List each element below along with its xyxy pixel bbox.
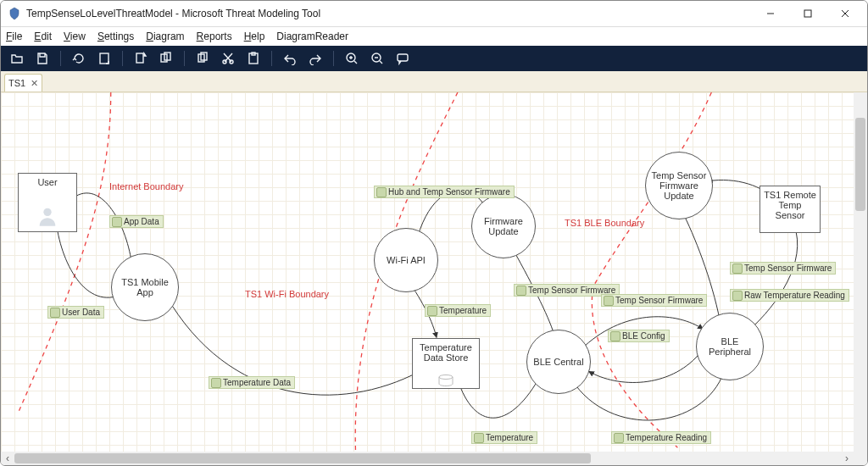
titlebar: TempSenseLoLevelThreatModel - Microsoft … <box>1 1 867 27</box>
toolbar <box>1 46 867 71</box>
svg-rect-16 <box>398 54 408 61</box>
close-button[interactable] <box>826 1 864 26</box>
tab-close-icon[interactable]: ✕ <box>31 79 38 88</box>
tab-label: TS1 <box>8 78 25 88</box>
flow-ble-config[interactable]: BLE Config <box>608 330 670 342</box>
node-mobile-app[interactable]: TS1 Mobile App <box>111 253 179 321</box>
flow-raw-temp-reading[interactable]: Raw Temperature Reading <box>730 289 849 302</box>
horizontal-scrollbar[interactable]: ‹ › <box>1 452 854 465</box>
scrollbar-thumb[interactable] <box>14 453 591 463</box>
menu-file[interactable]: File <box>6 31 22 42</box>
copy-icon[interactable] <box>192 47 214 69</box>
datastore-icon <box>437 374 454 386</box>
menubar: File Edit View Settings Diagram Reports … <box>1 27 867 46</box>
node-label: Temperature Data Store <box>416 342 476 363</box>
node-label: Firmware Update <box>476 216 531 236</box>
menu-diagramreader[interactable]: DiagramReader <box>276 31 348 42</box>
scroll-corner <box>854 452 867 465</box>
tab-ts1[interactable]: TS1 ✕ <box>4 74 42 92</box>
node-temp-data-store[interactable]: Temperature Data Store <box>412 338 480 389</box>
svg-rect-5 <box>136 53 143 63</box>
scroll-left-icon[interactable]: ‹ <box>2 452 14 464</box>
node-wifi-api[interactable]: Wi-Fi API <box>374 228 438 292</box>
scrollbar-thumb[interactable] <box>855 118 865 211</box>
cut-icon[interactable] <box>217 47 239 69</box>
node-label: User <box>37 177 57 187</box>
node-label: Wi-Fi API <box>387 255 426 265</box>
flow-hub-temp-fw[interactable]: Hub and Temp Sensor Firmware <box>374 186 515 198</box>
flow-user-data[interactable]: User Data <box>47 306 104 319</box>
diagram-canvas[interactable]: User TS1 Mobile App Wi-Fi API Firmware U… <box>1 92 867 465</box>
menu-reports[interactable]: Reports <box>197 31 232 42</box>
node-label: BLE Central <box>533 357 583 367</box>
open-icon[interactable] <box>6 47 28 69</box>
scroll-right-icon[interactable]: › <box>841 452 853 464</box>
new-page-icon[interactable] <box>130 47 152 69</box>
svg-rect-1 <box>804 10 811 17</box>
window-title: TempSenseLoLevelThreatModel - Microsoft … <box>26 8 320 19</box>
flow-temperature-data[interactable]: Temperature Data <box>209 376 295 389</box>
toolbar-separator <box>333 51 334 66</box>
flow-temp-sensor-fw-3[interactable]: Temp Sensor Firmware <box>730 262 836 275</box>
node-ble-peripheral[interactable]: BLE Peripheral <box>696 313 764 380</box>
menu-help[interactable]: Help <box>244 31 265 42</box>
duplicate-page-icon[interactable] <box>155 47 177 69</box>
menu-view[interactable]: View <box>64 31 86 42</box>
maximize-button[interactable] <box>789 1 826 26</box>
redo-icon[interactable] <box>304 47 326 69</box>
report-icon[interactable] <box>93 47 115 69</box>
boundary-internet[interactable]: Internet Boundary <box>109 181 183 191</box>
svg-point-18 <box>439 375 453 380</box>
zoom-in-icon[interactable] <box>341 47 363 69</box>
vertical-scrollbar[interactable] <box>854 92 867 452</box>
chat-icon[interactable] <box>392 47 414 69</box>
node-label: Temp Sensor Firmware Update <box>649 170 709 201</box>
save-icon[interactable] <box>31 47 53 69</box>
app-window: TempSenseLoLevelThreatModel - Microsoft … <box>0 0 868 466</box>
refresh-icon[interactable] <box>68 47 90 69</box>
menu-settings[interactable]: Settings <box>97 31 134 42</box>
flow-temperature-1[interactable]: Temperature <box>425 304 491 317</box>
svg-rect-4 <box>100 53 108 64</box>
flow-temperature-reading[interactable]: Temperature Reading <box>611 431 711 444</box>
flow-app-data[interactable]: App Data <box>109 215 164 228</box>
node-remote-temp-sensor[interactable]: TS1 Remote Temp Sensor <box>760 186 821 233</box>
toolbar-separator <box>184 51 185 66</box>
node-firmware-update[interactable]: Firmware Update <box>471 194 536 258</box>
node-label: TS1 Remote Temp Sensor <box>764 190 816 220</box>
node-user[interactable]: User <box>18 173 77 232</box>
tabstrip: TS1 ✕ <box>1 71 867 92</box>
paste-icon[interactable] <box>242 47 264 69</box>
toolbar-separator <box>60 51 61 66</box>
toolbar-separator <box>122 51 123 66</box>
undo-icon[interactable] <box>279 47 301 69</box>
toolbar-separator <box>271 51 272 66</box>
flow-temp-sensor-fw-2[interactable]: Temp Sensor Firmware <box>601 294 707 307</box>
menu-edit[interactable]: Edit <box>34 31 52 42</box>
app-icon <box>8 7 21 20</box>
node-temp-sensor-fw-update[interactable]: Temp Sensor Firmware Update <box>645 152 713 219</box>
zoom-out-icon[interactable] <box>366 47 388 69</box>
boundary-ble[interactable]: TS1 BLE Boundary <box>565 218 644 228</box>
minimize-button[interactable] <box>752 1 789 26</box>
node-label: BLE Peripheral <box>700 336 760 357</box>
boundary-wifi[interactable]: TS1 Wi-Fi Boundary <box>245 289 329 299</box>
user-icon <box>36 204 59 228</box>
node-ble-central[interactable]: BLE Central <box>526 330 591 394</box>
node-label: TS1 Mobile App <box>115 277 175 297</box>
svg-point-17 <box>43 208 51 216</box>
menu-diagram[interactable]: Diagram <box>146 31 184 42</box>
flow-temperature-2[interactable]: Temperature <box>471 431 537 444</box>
